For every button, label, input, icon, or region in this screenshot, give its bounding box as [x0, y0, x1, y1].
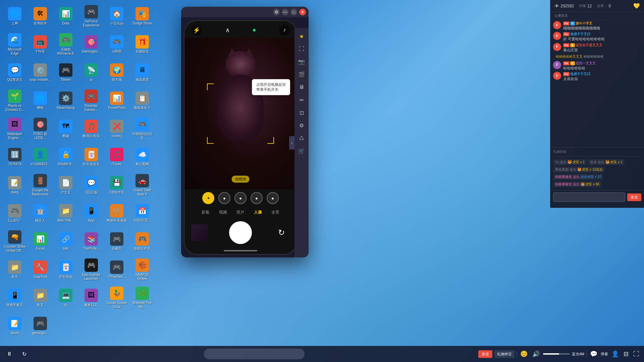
- desktop-icon-58[interactable]: 🎮7fTlee5ee...: [105, 256, 129, 283]
- camera-mode-photo[interactable]: 照片: [234, 209, 247, 216]
- desktop-icon-25[interactable]: 🎯PUBG 创LEDE...: [28, 115, 52, 142]
- taskbar-refresh-button[interactable]: ↻: [18, 348, 30, 360]
- camera-shutter-button[interactable]: [229, 221, 252, 244]
- desktop-icon-36[interactable]: 📝dwrg: [3, 172, 27, 198]
- desktop-icon-64[interactable]: 🦆Goose Goose Duck: [105, 284, 129, 311]
- taskbar-layout-icon[interactable]: ⊟: [622, 349, 630, 359]
- desktop-icon-29[interactable]: 🎮中国电玩玩法叉: [130, 115, 154, 142]
- desktop-icon-59[interactable]: 🏀NBAPZK Online: [130, 256, 154, 283]
- desktop-icon-62[interactable]: 💻zc: [54, 284, 78, 311]
- titlebar-minimize-button[interactable]: —: [282, 9, 288, 15]
- camera-arrow-up[interactable]: ∧: [225, 26, 230, 34]
- lens-option-1[interactable]: ✦: [202, 192, 214, 204]
- desktop-icon-51[interactable]: 📚TheProfe...: [79, 228, 103, 255]
- sidebar-icon-fullscreen[interactable]: ⛶: [296, 44, 307, 54]
- desktop-icon-15[interactable]: 📡ip: [79, 59, 103, 86]
- desktop-icon-67[interactable]: 🎮gamingtu...: [28, 312, 52, 339]
- desktop-icon-40[interactable]: 💾2进软件叉: [105, 172, 129, 198]
- desktop-icon-6[interactable]: 🌊Microsoft Edge: [3, 31, 27, 58]
- taskbar-volume-slider[interactable]: [543, 353, 570, 355]
- sidebar-icon-settings[interactable]: ⚙: [296, 120, 307, 131]
- desktop-icon-32[interactable]: 🔒169xB0 B...: [54, 143, 78, 170]
- sidebar-icon-screenshot[interactable]: 📷: [296, 56, 307, 67]
- desktop-icon-65[interactable]: 🌿Bramble The Mo...: [130, 284, 154, 311]
- desktop-icon-39[interactable]: 💬QQ正版: [79, 172, 103, 198]
- desktop-icon-0[interactable]: 🌐上网: [3, 3, 27, 29]
- desktop-icon-56[interactable]: 🃏庐石传说: [54, 256, 78, 283]
- desktop-icon-50[interactable]: 🔗link: [54, 228, 78, 255]
- desktop-icon-46[interactable]: 🛒网易叫买进器: [105, 200, 129, 227]
- desktop-icon-14[interactable]: 🎮Steam: [54, 59, 78, 86]
- desktop-icon-23[interactable]: 📋股权表名个: [130, 87, 154, 114]
- desktop-icon-49[interactable]: 📊Excel: [28, 228, 52, 255]
- desktop-icon-45[interactable]: 📱App: [79, 200, 103, 227]
- desktop-icon-2[interactable]: 📊Data: [54, 3, 78, 29]
- desktop-icon-12[interactable]: 💬QQ英语叉: [3, 59, 27, 86]
- sidebar-collapse-button[interactable]: ‹: [289, 136, 294, 149]
- desktop-icon-16[interactable]: 🌍游大地: [105, 59, 129, 86]
- taskbar-bullet-icon[interactable]: 💬: [589, 349, 599, 359]
- taskbar-gift-button[interactable]: 礼物种豆: [494, 350, 515, 358]
- desktop-icon-55[interactable]: 🔧DagiTool: [28, 256, 52, 283]
- desktop-icon-31[interactable]: 👤u=1686823...: [28, 143, 52, 170]
- desktop-icon-61[interactable]: 📁姓叉: [28, 284, 52, 311]
- desktop-icon-60[interactable]: 📱游戏平板叉: [3, 284, 27, 311]
- stream-send-button[interactable]: 发送: [627, 193, 641, 201]
- sidebar-icon-cart[interactable]: 🛒: [296, 145, 307, 156]
- desktop-icon-38[interactable]: 📄户文叉: [54, 172, 78, 198]
- sidebar-icon-display[interactable]: 🖥 点我开启电脑反控苹果手机开关: [296, 82, 307, 93]
- stream-gift-icon[interactable]: 💛: [633, 3, 640, 9]
- desktop-icon-20[interactable]: ⚙️SteamSetup: [54, 87, 78, 114]
- taskbar-emoji-icon[interactable]: 😊: [519, 349, 529, 359]
- desktop-icon-19[interactable]: 🌐网络: [28, 87, 52, 114]
- desktop-icon-52[interactable]: 🎮丑楼叉: [105, 228, 129, 255]
- camera-last-photo[interactable]: [191, 224, 208, 241]
- sidebar-icon-select[interactable]: ⊡: [296, 107, 307, 118]
- desktop-icon-17[interactable]: 🖥液晶里里: [130, 59, 154, 86]
- taskbar-send-button[interactable]: 发送: [478, 350, 492, 358]
- desktop-icon-42[interactable]: 🎮Z么岩5厂: [3, 200, 27, 227]
- lens-option-2[interactable]: ●: [218, 192, 230, 204]
- camera-viewfinder[interactable]: 自然光: [184, 38, 297, 189]
- desktop-icon-53[interactable]: 🎮游戏大件叉: [130, 228, 154, 255]
- camera-mode-effects[interactable]: 影集: [200, 209, 212, 216]
- lens-option-4[interactable]: ●: [251, 192, 263, 204]
- desktop-icon-57[interactable]: 🎮Epic Games Launcher: [79, 256, 103, 283]
- desktop-icon-10[interactable]: 🎮mB08: [105, 31, 129, 58]
- desktop-icon-43[interactable]: 🤖磁豆人: [28, 200, 52, 227]
- sidebar-icon-edit[interactable]: ✏: [296, 95, 307, 105]
- desktop-icon-41[interactable]: 🚗Grand Theft Auto V: [130, 172, 154, 198]
- desktop-icon-54[interactable]: 📁姓叉: [3, 256, 27, 283]
- camera-mode-portrait[interactable]: 人像: [252, 209, 264, 216]
- desktop-icon-8[interactable]: 🎮买辅助WeGame叉: [54, 31, 78, 58]
- desktop-icon-34[interactable]: 🎵iTunes: [105, 143, 129, 170]
- titlebar-close-button[interactable]: ✕: [299, 9, 306, 15]
- desktop-icon-1[interactable]: 🛠实用软件: [28, 3, 52, 29]
- camera-mode-panorama[interactable]: 全景: [269, 209, 281, 216]
- desktop-icon-30[interactable]: 🔢7978479: [3, 143, 27, 170]
- desktop-icon-44[interactable]: 📁8bbc7f4b...: [54, 200, 78, 227]
- desktop-icon-63[interactable]: 🖼素材1111: [79, 284, 103, 311]
- sidebar-icon-sync[interactable]: ♺: [296, 133, 307, 143]
- desktop-icon-22[interactable]: 📊PowerPoint: [105, 87, 129, 114]
- desktop-icon-5[interactable]: 🎭Dodge Show: [130, 3, 154, 29]
- taskbar-search-bar[interactable]: [204, 349, 305, 359]
- camera-flash-button[interactable]: ⚡: [191, 25, 202, 36]
- desktop-icon-26[interactable]: 🗺图磁: [54, 115, 78, 142]
- desktop-icon-37[interactable]: 🚪Escape the Backrooms: [28, 172, 52, 198]
- desktop-icon-66[interactable]: 📝Word: [3, 312, 27, 339]
- camera-flip-button[interactable]: ↻: [273, 224, 290, 241]
- desktop-icon-18[interactable]: 🌱Plants vs Zombies G...: [3, 87, 27, 114]
- titlebar-maximize-button[interactable]: □: [290, 9, 297, 15]
- desktop-icon-48[interactable]: 🔫Counter Strike Global Off...: [3, 228, 27, 255]
- sidebar-icon-record[interactable]: 🎬: [296, 69, 307, 80]
- desktop-icon-21[interactable]: 🎮Rockstar Games...: [79, 87, 103, 114]
- camera-functions-button[interactable]: f: [279, 25, 290, 36]
- stream-chat-input[interactable]: [553, 192, 625, 202]
- desktop-icon-27[interactable]: 🎵酷我云音乐: [79, 115, 103, 142]
- taskbar-volume-icon[interactable]: 🔊: [531, 349, 541, 359]
- desktop-icon-47[interactable]: 📅20百0/7叉...: [130, 200, 154, 227]
- lens-option-3[interactable]: ●: [234, 192, 247, 204]
- taskbar-pause-button[interactable]: ⏸: [3, 348, 15, 360]
- camera-mode-video[interactable]: 视频: [217, 209, 229, 216]
